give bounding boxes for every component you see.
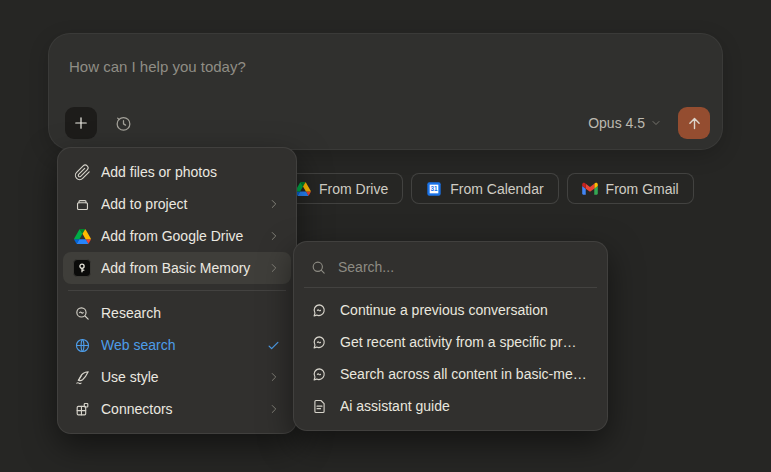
menu-item-add-files-or-photos[interactable]: Add files or photos <box>63 156 291 188</box>
chat-bubble-icon <box>310 365 328 383</box>
submenu-item-label: Continue a previous conversation <box>340 302 548 318</box>
menu-item-research[interactable]: Research <box>63 297 291 329</box>
plus-button[interactable] <box>65 107 97 139</box>
check-icon <box>266 338 281 353</box>
paperclip-icon <box>73 163 91 181</box>
chip-label: From Drive <box>319 181 388 197</box>
chevron-down-icon <box>650 117 662 129</box>
menu-item-web-search[interactable]: Web search <box>63 329 291 361</box>
submenu-item-label: Get recent activity from a specific pr… <box>340 334 577 350</box>
chevron-right-icon <box>267 370 281 384</box>
chip-label: From Gmail <box>606 181 679 197</box>
model-selector[interactable]: Opus 4.5 <box>588 115 662 131</box>
chat-composer: How can I help you today? Opus 4.5 <box>48 33 723 150</box>
menu-item-label: Use style <box>101 369 257 385</box>
google-calendar-icon: 31 <box>426 181 442 197</box>
menu-item-label: Add from Google Drive <box>101 228 257 244</box>
chat-bubble-icon <box>310 333 328 351</box>
composer-toolbar: Opus 4.5 <box>65 107 710 139</box>
submenu-divider <box>304 287 597 288</box>
submenu-item-get-recent-activity[interactable]: Get recent activity from a specific pr… <box>300 326 601 358</box>
plus-menu: Add files or photos Add to project Add f… <box>57 147 297 434</box>
menu-item-label: Add files or photos <box>101 164 281 180</box>
submenu-search-input[interactable] <box>338 259 591 275</box>
menu-item-add-from-google-drive[interactable]: Add from Google Drive <box>63 220 291 252</box>
gmail-icon <box>582 182 598 195</box>
chip-from-gmail[interactable]: From Gmail <box>567 173 694 204</box>
send-button[interactable] <box>678 107 710 139</box>
basic-memory-icon <box>73 259 91 277</box>
google-drive-icon <box>295 182 311 196</box>
submenu-item-continue-conversation[interactable]: Continue a previous conversation <box>300 294 601 326</box>
chip-label: From Calendar <box>450 181 543 197</box>
chevron-right-icon <box>267 261 281 275</box>
project-box-icon <box>73 195 91 213</box>
menu-item-use-style[interactable]: Use style <box>63 361 291 393</box>
message-input[interactable]: How can I help you today? <box>69 58 702 75</box>
chevron-right-icon <box>267 229 281 243</box>
menu-item-label: Add to project <box>101 196 257 212</box>
search-icon <box>310 259 327 276</box>
menu-item-add-to-project[interactable]: Add to project <box>63 188 291 220</box>
chat-bubble-icon <box>310 301 328 319</box>
model-label: Opus 4.5 <box>588 115 645 131</box>
menu-item-label: Add from Basic Memory <box>101 260 257 276</box>
history-button[interactable] <box>107 107 139 139</box>
submenu-search-row <box>300 247 601 287</box>
submenu-item-label: Ai assistant guide <box>340 398 450 414</box>
submenu-item-label: Search across all content in basic-me… <box>340 366 587 382</box>
research-icon <box>73 304 91 322</box>
chip-from-drive[interactable]: From Drive <box>280 173 403 204</box>
menu-item-label: Web search <box>101 337 256 353</box>
suggestion-chips: From Drive 31 From Calendar From Gmail <box>280 173 694 204</box>
menu-item-connectors[interactable]: Connectors <box>63 393 291 425</box>
chevron-right-icon <box>267 197 281 211</box>
submenu-item-ai-assistant-guide[interactable]: Ai assistant guide <box>300 390 601 422</box>
submenu-item-search-all-content[interactable]: Search across all content in basic-me… <box>300 358 601 390</box>
history-clock-icon <box>114 114 133 133</box>
svg-text:31: 31 <box>431 185 439 192</box>
document-icon <box>310 397 328 415</box>
chip-from-calendar[interactable]: 31 From Calendar <box>411 173 558 204</box>
plus-icon <box>72 114 90 132</box>
menu-item-label: Connectors <box>101 401 257 417</box>
chevron-right-icon <box>267 402 281 416</box>
menu-item-label: Research <box>101 305 281 321</box>
arrow-up-icon <box>686 115 703 132</box>
connectors-icon <box>73 400 91 418</box>
basic-memory-submenu: Continue a previous conversation Get rec… <box>293 241 608 431</box>
menu-item-add-from-basic-memory[interactable]: Add from Basic Memory <box>63 252 291 284</box>
menu-divider <box>68 290 286 291</box>
google-drive-icon <box>73 227 91 245</box>
quill-icon <box>73 368 91 386</box>
globe-icon <box>73 336 91 354</box>
